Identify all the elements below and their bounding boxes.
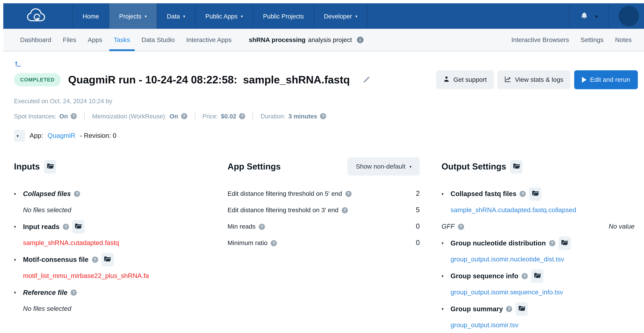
price-stat: Price: $0.02 <box>202 112 246 119</box>
person-icon <box>443 76 450 84</box>
caret-down-icon[interactable] <box>442 241 447 245</box>
input-file-link[interactable]: sample_shRNA.cutadapted.fastq <box>23 239 119 247</box>
pick-files-button[interactable] <box>101 253 114 266</box>
output-file-link[interactable]: sample_shRNA.cutadapted.fastq.collapsed <box>450 206 576 214</box>
help-icon[interactable] <box>259 223 265 230</box>
help-icon[interactable] <box>239 113 246 119</box>
setting-row-minimum-ratio: Minimum ratio 0 <box>228 235 420 251</box>
task-details-columns: Inputs Collapsed files No files selected… <box>14 157 638 333</box>
help-icon[interactable] <box>320 113 326 119</box>
inputs-section: Inputs Collapsed files No files selected… <box>14 157 228 333</box>
open-folder-button[interactable] <box>558 236 571 250</box>
caret-down-icon[interactable] <box>14 257 20 262</box>
tab-label: Apps <box>88 36 102 44</box>
tab-apps[interactable]: Apps <box>82 29 108 51</box>
view-stats-logs-button[interactable]: View stats & logs <box>497 70 570 89</box>
back-to-tasks-icon[interactable] <box>14 61 21 69</box>
button-label: View stats & logs <box>515 76 563 83</box>
pick-files-button[interactable] <box>72 220 84 233</box>
folder-icon <box>518 305 525 313</box>
edit-title-pencil-icon[interactable] <box>362 76 370 84</box>
top-navigation: Home Projects Data Public Apps Public Pr… <box>3 3 644 29</box>
caret-down-icon[interactable] <box>14 191 20 196</box>
project-name-rest: analysis project <box>308 36 352 44</box>
open-folder-button[interactable] <box>529 187 542 200</box>
param-motif-consensus-file: Motif-consensus file <box>14 251 228 268</box>
get-support-button[interactable]: Get support <box>436 70 494 89</box>
collapse-app-button[interactable] <box>14 130 25 142</box>
tab-settings[interactable]: Settings <box>575 29 609 51</box>
app-label: App: <box>30 132 43 139</box>
output-file-link[interactable]: group_output.isomir.nucleotide_dist.tsv <box>450 256 564 263</box>
input-file-link[interactable]: motif_list_mmu_mirbase22_plus_shRNA.fa <box>23 272 149 280</box>
caret-down-icon[interactable] <box>442 273 447 278</box>
help-icon[interactable] <box>458 223 464 230</box>
output-settings-heading: Output Settings <box>442 162 506 172</box>
help-icon[interactable] <box>522 273 528 279</box>
param-label: Group summary <box>450 305 503 313</box>
param-collapsed-files: Collapsed files <box>14 185 228 202</box>
show-non-default-dropdown[interactable]: Show non-default <box>348 157 420 176</box>
topnav-item-home[interactable]: Home <box>73 3 109 29</box>
tab-label: Interactive Apps <box>186 36 232 44</box>
stat-value: On <box>60 112 68 119</box>
cloud-g-logo-icon <box>26 7 50 25</box>
topnav-item-data[interactable]: Data <box>157 3 196 29</box>
caret-down-icon[interactable] <box>14 224 20 229</box>
param-label: Reference file <box>23 288 68 296</box>
tab-interactive-apps[interactable]: Interactive Apps <box>180 29 237 51</box>
open-folder-button[interactable] <box>516 302 528 315</box>
app-logo[interactable] <box>3 3 73 29</box>
help-icon[interactable] <box>506 306 512 312</box>
output-folder-button[interactable] <box>510 160 522 173</box>
param-label: Input reads <box>23 223 60 230</box>
edit-and-rerun-button[interactable]: Edit and rerun <box>574 70 638 89</box>
output-file-link[interactable]: group_output.isomir.tsv <box>450 321 518 329</box>
topnav-right <box>569 3 644 29</box>
help-icon[interactable] <box>71 289 77 295</box>
caret-down-icon[interactable] <box>442 191 447 196</box>
tab-data-studio[interactable]: Data Studio <box>136 29 180 51</box>
help-icon[interactable] <box>74 191 80 197</box>
param-label: GFF <box>442 223 455 230</box>
task-page: COMPLETED QuagmiR run - 10-24-24 08:22:5… <box>3 61 644 333</box>
tab-dashboard[interactable]: Dashboard <box>14 29 57 51</box>
tab-label: Files <box>63 36 76 44</box>
open-folder-button[interactable] <box>531 269 543 283</box>
param-value: group_output.isomir.tsv <box>442 317 634 333</box>
topnav-item-projects[interactable]: Projects <box>109 3 157 29</box>
tab-files[interactable]: Files <box>57 29 82 51</box>
help-icon[interactable] <box>271 240 277 246</box>
inputs-folder-button[interactable] <box>44 160 56 173</box>
topnav-item-label: Developer <box>324 13 352 20</box>
topnav-item-public-apps[interactable]: Public Apps <box>196 3 253 29</box>
caret-down-icon[interactable] <box>14 290 20 295</box>
project-name: shRNA processing analysis project <box>249 29 364 51</box>
caret-down-icon[interactable] <box>442 306 447 311</box>
help-icon[interactable] <box>549 240 555 246</box>
help-icon[interactable] <box>181 113 187 119</box>
tab-tasks[interactable]: Tasks <box>108 29 136 51</box>
setting-label: Edit distance filtering treshold on 3' e… <box>228 206 338 214</box>
user-avatar[interactable] <box>609 3 644 29</box>
help-icon[interactable] <box>342 207 348 213</box>
topnav-item-developer[interactable]: Developer <box>314 3 368 29</box>
output-file-link[interactable]: group_output.isomir.sequence_info.tsv <box>450 289 563 296</box>
folder-icon <box>47 163 54 170</box>
help-icon[interactable] <box>345 191 352 197</box>
help-icon[interactable] <box>71 113 77 119</box>
app-link[interactable]: QuagmiR <box>48 132 75 139</box>
notifications-button[interactable] <box>569 3 609 29</box>
project-info-icon[interactable] <box>357 37 363 43</box>
help-icon[interactable] <box>520 191 526 197</box>
tab-notes[interactable]: Notes <box>609 29 637 51</box>
help-icon[interactable] <box>92 256 98 263</box>
topnav-item-public-projects[interactable]: Public Projects <box>253 3 314 29</box>
status-badge: COMPLETED <box>14 73 61 86</box>
help-icon[interactable] <box>63 223 69 230</box>
app-settings-section: App Settings Show non-default Edit dista… <box>228 157 420 333</box>
divider <box>84 112 85 121</box>
chevron-down-icon <box>410 164 412 169</box>
spot-instances-stat: Spot Instances: On <box>14 112 77 119</box>
tab-interactive-browsers[interactable]: Interactive Browsers <box>506 29 575 51</box>
